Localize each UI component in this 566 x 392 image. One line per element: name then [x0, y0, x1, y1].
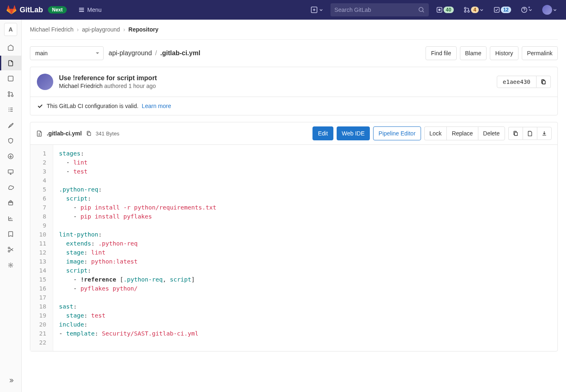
path-dir[interactable]: api-playground [109, 50, 152, 57]
breadcrumb-separator: › [123, 26, 125, 33]
replace-button[interactable]: Replace [446, 126, 478, 140]
copy-sha-button[interactable] [537, 76, 551, 88]
breadcrumb-project[interactable]: api-playground [82, 26, 120, 33]
code-content[interactable]: stages: - lint - test .python-req: scrip… [53, 145, 557, 351]
sidebar-item-infrastructure[interactable] [2, 180, 19, 195]
svg-point-5 [464, 11, 466, 12]
sidebar-item-merge-requests[interactable] [2, 87, 19, 101]
lock-button[interactable]: Lock [424, 126, 447, 140]
menu-label: Menu [87, 7, 102, 13]
svg-rect-20 [88, 132, 91, 135]
line-number[interactable]: 9 [34, 221, 48, 230]
commit-author[interactable]: Michael Friedrich [59, 83, 103, 89]
line-number[interactable]: 1 [34, 149, 48, 158]
download-icon [541, 131, 547, 136]
help-icon [521, 7, 528, 13]
download-button[interactable] [537, 127, 552, 140]
project-avatar[interactable]: A [4, 23, 17, 36]
document-icon [36, 130, 43, 137]
svg-point-18 [10, 264, 11, 266]
line-number[interactable]: 15 [34, 275, 48, 284]
line-number[interactable]: 22 [34, 338, 48, 347]
sidebar-item-security[interactable] [2, 133, 19, 148]
line-number[interactable]: 4 [34, 176, 48, 185]
sidebar-item-repository[interactable] [0, 56, 22, 70]
search-icon [418, 7, 425, 13]
line-number[interactable]: 7 [34, 203, 48, 212]
menu-button[interactable]: Menu [75, 4, 105, 16]
commit-title[interactable]: Use !reference for script import [59, 74, 491, 82]
sidebar-item-issues[interactable] [2, 71, 19, 86]
sidebar-collapse-button[interactable] [2, 373, 19, 388]
line-number[interactable]: 13 [34, 257, 48, 266]
deploy-icon [7, 153, 14, 160]
commit-box: Use !reference for script import Michael… [30, 67, 558, 115]
logo-group[interactable]: GitLab [7, 5, 43, 15]
line-number[interactable]: 18 [34, 302, 48, 311]
next-badge[interactable]: Next [48, 6, 67, 14]
line-numbers: 12345678910111213141516171819202122 [30, 145, 53, 351]
line-number[interactable]: 12 [34, 248, 48, 257]
line-number[interactable]: 11 [34, 239, 48, 248]
delete-button[interactable]: Delete [478, 126, 505, 140]
issues-counter[interactable]: 40 [434, 5, 456, 15]
sidebar-item-packages[interactable] [2, 196, 19, 210]
todos-counter[interactable]: 12 [491, 5, 514, 15]
file-nav: main api-playground / .gitlab-ci.yml Fin… [30, 46, 558, 60]
merge-request-icon [7, 91, 14, 97]
commit-author-avatar[interactable] [37, 74, 53, 90]
list-icon [7, 106, 14, 113]
search-box[interactable] [331, 3, 429, 16]
issue-icon [436, 7, 443, 13]
breadcrumb-separator: › [77, 26, 79, 33]
permalink-button[interactable]: Permalink [522, 46, 558, 60]
sidebar-item-monitor[interactable] [2, 164, 19, 179]
edit-button[interactable]: Edit [312, 126, 333, 140]
svg-point-10 [8, 92, 10, 93]
gitlab-wordmark: GitLab [20, 6, 43, 14]
sidebar-item-project[interactable] [2, 40, 19, 55]
line-number[interactable]: 10 [34, 230, 48, 239]
user-menu[interactable] [540, 3, 559, 16]
rocket-icon [7, 122, 14, 128]
breadcrumb-owner[interactable]: Michael Friedrich [30, 26, 74, 33]
merge-requests-counter[interactable]: 4 [461, 5, 486, 15]
learn-more-link[interactable]: Learn more [142, 103, 171, 109]
copy-filename-icon[interactable] [86, 131, 92, 136]
help-button[interactable] [518, 5, 535, 15]
line-number[interactable]: 21 [34, 329, 48, 338]
line-number[interactable]: 14 [34, 266, 48, 275]
sidebar-item-snippets[interactable] [2, 242, 19, 257]
line-number[interactable]: 2 [34, 158, 48, 167]
sidebar-item-deployments[interactable] [2, 149, 19, 164]
history-button[interactable]: History [490, 46, 518, 60]
line-number[interactable]: 16 [34, 284, 48, 293]
line-number[interactable]: 6 [34, 194, 48, 203]
web-ide-button[interactable]: Web IDE [337, 126, 370, 140]
sidebar-item-analytics[interactable] [2, 211, 19, 226]
sidebar-item-requirements[interactable] [2, 102, 19, 117]
sidebar-item-cicd[interactable] [2, 118, 19, 133]
copy-contents-button[interactable] [508, 127, 523, 140]
main-content: Michael Friedrich › api-playground › Rep… [22, 20, 566, 392]
line-number[interactable]: 17 [34, 293, 48, 302]
sidebar-item-wiki[interactable] [2, 227, 19, 241]
sidebar-item-settings[interactable] [2, 258, 19, 273]
raw-button[interactable] [523, 127, 537, 140]
search-input[interactable] [335, 7, 418, 13]
line-number[interactable]: 8 [34, 212, 48, 221]
line-number[interactable]: 3 [34, 167, 48, 176]
commit-meta: Michael Friedrich authored 1 hour ago [59, 83, 491, 89]
monitor-icon [7, 169, 14, 175]
new-button[interactable] [308, 4, 326, 16]
commit-sha[interactable]: e1aee430 [497, 76, 537, 88]
line-number[interactable]: 5 [34, 185, 48, 194]
file-path: api-playground / .gitlab-ci.yml [109, 50, 200, 57]
gitlab-logo-icon [7, 5, 16, 15]
branch-selector[interactable]: main [30, 46, 104, 60]
pipeline-editor-button[interactable]: Pipeline Editor [373, 126, 421, 140]
blame-button[interactable]: Blame [460, 46, 487, 60]
line-number[interactable]: 20 [34, 320, 48, 329]
line-number[interactable]: 19 [34, 311, 48, 320]
find-file-button[interactable]: Find file [426, 46, 456, 60]
